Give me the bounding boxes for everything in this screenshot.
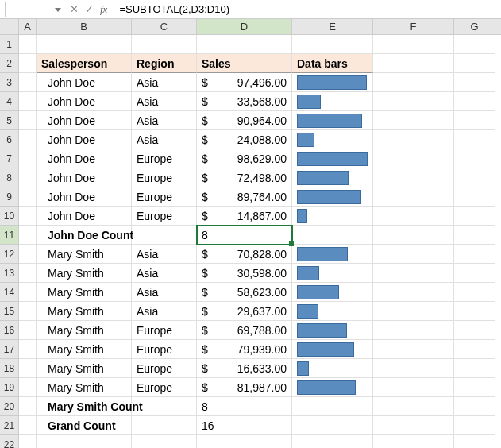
- cell[interactable]: [19, 111, 37, 130]
- cell[interactable]: [19, 264, 37, 283]
- cell[interactable]: [19, 130, 37, 149]
- cell[interactable]: [454, 359, 495, 378]
- cell[interactable]: [454, 378, 495, 397]
- cell[interactable]: [373, 245, 454, 264]
- cell[interactable]: [19, 283, 37, 302]
- cell[interactable]: [19, 54, 37, 73]
- row-header[interactable]: 5: [0, 111, 19, 130]
- cell-salesperson[interactable]: John Doe: [37, 92, 132, 111]
- cell[interactable]: [373, 149, 454, 168]
- cell-sales[interactable]: $14,867.00: [197, 207, 292, 226]
- col-header-F[interactable]: F: [373, 19, 454, 34]
- cell-salesperson[interactable]: Mary Smith: [37, 378, 132, 397]
- cell[interactable]: [454, 149, 495, 168]
- cell-sales[interactable]: $24,088.00: [197, 130, 292, 149]
- cell[interactable]: [454, 54, 495, 73]
- cell-region[interactable]: Europe: [132, 187, 197, 207]
- row-header[interactable]: 20: [0, 397, 19, 416]
- cell[interactable]: [454, 264, 495, 283]
- col-header-A[interactable]: A: [19, 19, 37, 34]
- cell[interactable]: [132, 416, 197, 435]
- cell-databar[interactable]: [292, 187, 373, 207]
- cell-salesperson[interactable]: Mary Smith: [37, 321, 132, 340]
- cell-region[interactable]: Europe: [132, 168, 197, 187]
- cell[interactable]: [19, 397, 37, 416]
- header-region[interactable]: Region: [132, 54, 197, 73]
- cell-region[interactable]: Europe: [132, 321, 197, 340]
- cell[interactable]: [19, 226, 37, 245]
- cell[interactable]: [19, 187, 37, 207]
- cell[interactable]: [454, 35, 495, 54]
- row-header[interactable]: 10: [0, 207, 19, 226]
- row-header[interactable]: 1: [0, 35, 19, 54]
- cell-databar[interactable]: [292, 378, 373, 397]
- cell-databar[interactable]: [292, 130, 373, 149]
- cell[interactable]: [373, 35, 454, 54]
- row-header[interactable]: 17: [0, 340, 19, 359]
- col-header-G[interactable]: G: [454, 19, 495, 34]
- header-salesperson[interactable]: Salesperson: [37, 54, 132, 73]
- cell-salesperson[interactable]: John Doe: [37, 73, 132, 92]
- cell[interactable]: [292, 226, 373, 245]
- cell-databar[interactable]: [292, 340, 373, 359]
- subtotal-label[interactable]: Grand Count: [37, 416, 132, 435]
- row-header[interactable]: 21: [0, 416, 19, 435]
- cell[interactable]: [454, 130, 495, 149]
- row-header[interactable]: 3: [0, 73, 19, 92]
- cell[interactable]: [454, 416, 495, 435]
- cell[interactable]: [292, 435, 373, 448]
- cell[interactable]: [373, 416, 454, 435]
- cell[interactable]: [132, 35, 197, 54]
- col-header-C[interactable]: C: [132, 19, 197, 34]
- cell[interactable]: [454, 168, 495, 187]
- row-header[interactable]: 8: [0, 168, 19, 187]
- cell[interactable]: [37, 435, 132, 448]
- formula-input[interactable]: =SUBTOTAL(2,D3:D10): [114, 2, 501, 17]
- cell[interactable]: [292, 397, 373, 416]
- cell-salesperson[interactable]: Mary Smith: [37, 302, 132, 321]
- cell-databar[interactable]: [292, 92, 373, 111]
- cell[interactable]: [454, 245, 495, 264]
- name-box-dropdown[interactable]: [52, 6, 64, 13]
- cell[interactable]: [292, 35, 373, 54]
- row-header[interactable]: 6: [0, 130, 19, 149]
- grid[interactable]: 12SalespersonRegionSalesData bars3John D…: [0, 35, 501, 448]
- cell-region[interactable]: Asia: [132, 111, 197, 130]
- cell[interactable]: [373, 359, 454, 378]
- cell[interactable]: [19, 321, 37, 340]
- cell-region[interactable]: Asia: [132, 92, 197, 111]
- cell[interactable]: [373, 397, 454, 416]
- cell-sales[interactable]: $29,637.00: [197, 302, 292, 321]
- cell[interactable]: [19, 359, 37, 378]
- row-header[interactable]: 2: [0, 54, 19, 73]
- cell-region[interactable]: Asia: [132, 73, 197, 92]
- cell[interactable]: [373, 321, 454, 340]
- cell-salesperson[interactable]: John Doe: [37, 207, 132, 226]
- cell[interactable]: [19, 302, 37, 321]
- cell-sales[interactable]: $97,496.00: [197, 73, 292, 92]
- cell-salesperson[interactable]: John Doe: [37, 130, 132, 149]
- cell-sales[interactable]: $90,964.00: [197, 111, 292, 130]
- cell-databar[interactable]: [292, 359, 373, 378]
- col-header-B[interactable]: B: [37, 19, 132, 34]
- col-header-E[interactable]: E: [292, 19, 373, 34]
- cell-databar[interactable]: [292, 149, 373, 168]
- cell[interactable]: [454, 302, 495, 321]
- cell-salesperson[interactable]: Mary Smith: [37, 264, 132, 283]
- cell[interactable]: [373, 378, 454, 397]
- subtotal-label[interactable]: Mary Smith Count: [37, 397, 132, 416]
- cell-salesperson[interactable]: John Doe: [37, 187, 132, 207]
- cell[interactable]: [373, 302, 454, 321]
- cell[interactable]: [373, 340, 454, 359]
- name-box[interactable]: [5, 2, 52, 17]
- cell[interactable]: [454, 321, 495, 340]
- cell-region[interactable]: Europe: [132, 359, 197, 378]
- row-header[interactable]: 19: [0, 378, 19, 397]
- cell-salesperson[interactable]: Mary Smith: [37, 340, 132, 359]
- cell[interactable]: [132, 226, 197, 245]
- cell-sales[interactable]: $72,498.00: [197, 168, 292, 187]
- cell-region[interactable]: Europe: [132, 207, 197, 226]
- cell[interactable]: [454, 397, 495, 416]
- cancel-icon[interactable]: ✕: [70, 3, 79, 15]
- cell[interactable]: [197, 35, 292, 54]
